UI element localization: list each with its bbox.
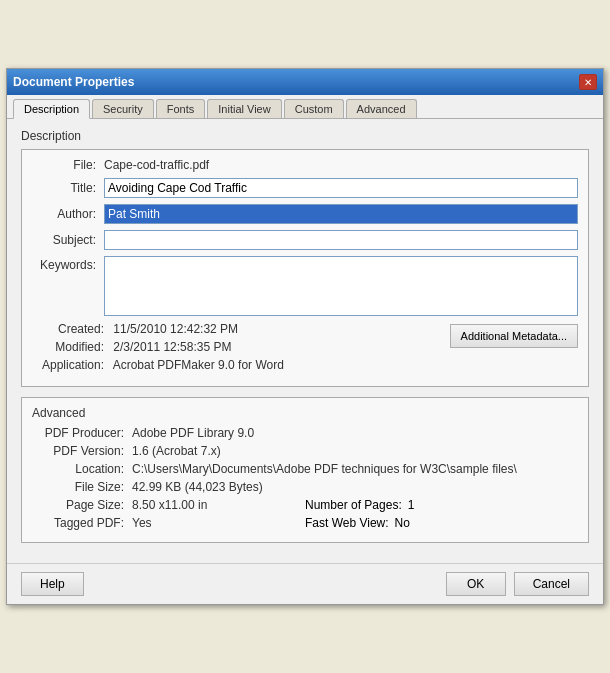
num-pages-label: Number of Pages:	[305, 498, 408, 512]
location-row: Location: C:\Users\Mary\Documents\Adobe …	[32, 462, 578, 476]
metadata-row: Created: 11/5/2010 12:42:32 PM Modified:…	[32, 322, 578, 376]
pdf-version-row: PDF Version: 1.6 (Acrobat 7.x)	[32, 444, 578, 458]
author-input[interactable]	[104, 204, 578, 224]
advanced-section: Advanced PDF Producer: Adobe PDF Library…	[21, 397, 589, 543]
subject-input[interactable]	[104, 230, 578, 250]
footer-right: OK Cancel	[446, 572, 589, 596]
keywords-row: Keywords:	[32, 256, 578, 316]
fast-web-value: No	[395, 516, 410, 530]
close-button[interactable]: ✕	[579, 74, 597, 90]
num-pages-value: 1	[408, 498, 415, 512]
keywords-label: Keywords:	[32, 256, 104, 272]
subject-row: Subject:	[32, 230, 578, 250]
tab-description[interactable]: Description	[13, 99, 90, 119]
fast-web-col: Fast Web View: No	[305, 516, 578, 530]
application-value: Acrobat PDFMaker 9.0 for Word	[113, 358, 284, 372]
additional-metadata-button[interactable]: Additional Metadata...	[450, 324, 578, 348]
title-input[interactable]	[104, 178, 578, 198]
application-row: Application: Acrobat PDFMaker 9.0 for Wo…	[32, 358, 440, 372]
page-size-col: Page Size: 8.50 x11.00 in	[32, 498, 305, 512]
keywords-input[interactable]	[104, 256, 578, 316]
tagged-pdf-col: Tagged PDF: Yes	[32, 516, 305, 530]
num-pages-col: Number of Pages: 1	[305, 498, 578, 512]
pdf-producer-label: PDF Producer:	[32, 426, 132, 440]
author-row: Author:	[32, 204, 578, 224]
modified-value: 2/3/2011 12:58:35 PM	[113, 340, 231, 354]
main-content: Description File: Cape-cod-traffic.pdf T…	[7, 119, 603, 563]
window-title: Document Properties	[13, 75, 134, 89]
pdf-version-value: 1.6 (Acrobat 7.x)	[132, 444, 578, 458]
file-label: File:	[32, 158, 104, 172]
tagged-pdf-value: Yes	[132, 516, 305, 530]
description-box: File: Cape-cod-traffic.pdf Title: Author…	[21, 149, 589, 387]
pdf-version-label: PDF Version:	[32, 444, 132, 458]
footer: Help OK Cancel	[7, 563, 603, 604]
file-size-value: 42.99 KB (44,023 Bytes)	[132, 480, 578, 494]
ok-button[interactable]: OK	[446, 572, 506, 596]
dates-block: Created: 11/5/2010 12:42:32 PM Modified:…	[32, 322, 440, 376]
title-row: Title:	[32, 178, 578, 198]
help-button[interactable]: Help	[21, 572, 84, 596]
tagged-pdf-row: Tagged PDF: Yes Fast Web View: No	[32, 516, 578, 530]
tab-initial-view[interactable]: Initial View	[207, 99, 281, 118]
location-value: C:\Users\Mary\Documents\Adobe PDF techni…	[132, 462, 578, 476]
tab-advanced[interactable]: Advanced	[346, 99, 417, 118]
file-size-label: File Size:	[32, 480, 132, 494]
created-value: 11/5/2010 12:42:32 PM	[113, 322, 238, 336]
titlebar: Document Properties ✕	[7, 69, 603, 95]
subject-label: Subject:	[32, 233, 104, 247]
tab-custom[interactable]: Custom	[284, 99, 344, 118]
created-row: Created: 11/5/2010 12:42:32 PM	[32, 322, 440, 336]
pdf-producer-value: Adobe PDF Library 9.0	[132, 426, 578, 440]
pdf-producer-row: PDF Producer: Adobe PDF Library 9.0	[32, 426, 578, 440]
location-label: Location:	[32, 462, 132, 476]
created-label: Created:	[32, 322, 110, 336]
tab-security[interactable]: Security	[92, 99, 154, 118]
fast-web-label: Fast Web View:	[305, 516, 395, 530]
description-section-label: Description	[21, 129, 589, 143]
file-value: Cape-cod-traffic.pdf	[104, 158, 209, 172]
application-label: Application:	[32, 358, 110, 372]
cancel-button[interactable]: Cancel	[514, 572, 589, 596]
tagged-pdf-label: Tagged PDF:	[32, 516, 132, 530]
author-label: Author:	[32, 207, 104, 221]
advanced-section-label: Advanced	[32, 406, 578, 420]
tabs-bar: Description Security Fonts Initial View …	[7, 95, 603, 119]
document-properties-window: Document Properties ✕ Description Securi…	[6, 68, 604, 605]
page-size-value: 8.50 x11.00 in	[132, 498, 305, 512]
page-size-label: Page Size:	[32, 498, 132, 512]
file-size-row: File Size: 42.99 KB (44,023 Bytes)	[32, 480, 578, 494]
title-label: Title:	[32, 181, 104, 195]
tab-fonts[interactable]: Fonts	[156, 99, 206, 118]
page-size-row: Page Size: 8.50 x11.00 in Number of Page…	[32, 498, 578, 512]
modified-row: Modified: 2/3/2011 12:58:35 PM	[32, 340, 440, 354]
file-row: File: Cape-cod-traffic.pdf	[32, 158, 578, 172]
modified-label: Modified:	[32, 340, 110, 354]
